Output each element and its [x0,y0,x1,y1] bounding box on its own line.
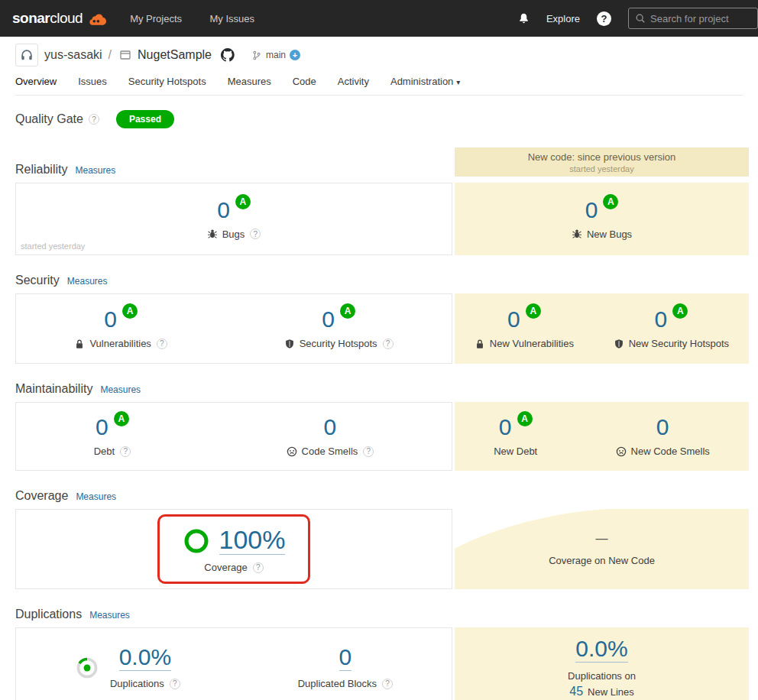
reliability-overall-card: 0 A Bugs started yesterday [15,183,452,255]
bug-icon [207,228,218,239]
measure-new-duplications: 0.0% Duplications on 45 New Lines [568,637,636,698]
new-bugs-value[interactable]: 0 [585,199,598,222]
github-icon[interactable] [221,48,235,62]
tab-activity[interactable]: Activity [338,76,369,95]
measure-new-debt: 0 A New Debt [494,416,537,457]
new-security-hotspots-value[interactable]: 0 [655,308,668,331]
add-branch-icon[interactable] [290,50,300,60]
security-hotspots-label: Security Hotspots [300,338,377,349]
leak-period-note: started yesterday [21,241,85,251]
nav-explore[interactable]: Explore [546,13,580,24]
new-security-hotspots-label: New Security Hotspots [629,338,730,349]
tab-issues[interactable]: Issues [78,76,107,95]
org-link[interactable]: yus-sasaki [44,48,102,62]
section-security: Security Measures 0 A Vulnerabilities [15,274,749,364]
search-input[interactable] [650,13,750,24]
coverage-on-new-code-value: — [596,532,608,546]
vulnerabilities-value[interactable]: 0 [104,308,117,331]
navbar-help-icon[interactable] [597,11,611,26]
navbar-right: Explore [518,8,758,29]
quality-gate-title: Quality Gate [15,112,83,126]
vulnerabilities-rating-badge: A [122,303,138,319]
new-code-smells-value[interactable]: 0 [656,416,669,439]
duplications-measures-link[interactable]: Measures [89,610,130,621]
duplications-head: Duplications Measures [15,608,749,621]
coverage-help-icon[interactable] [253,562,264,573]
duplications-new-code-card: 0.0% Duplications on 45 New Lines [455,627,749,700]
bell-icon[interactable] [518,12,530,24]
avatar [15,44,38,66]
measure-new-bugs: 0 A New Bugs [572,199,632,240]
project-header: yus-sasaki / NugetSample main Overview I… [0,37,758,96]
maintainability-title: Maintainability [15,382,92,396]
new-debt-rating-badge: A [517,411,533,426]
quality-gate-status-badge: Passed [116,110,174,128]
duplicated-blocks-label: Duplicated Blocks [298,678,377,689]
code-smells-help-icon[interactable] [363,446,374,457]
tab-administration[interactable]: Administration [390,76,460,95]
coverage-label: Coverage [204,562,247,573]
security-hotspots-value[interactable]: 0 [322,308,335,331]
duplicated-blocks-help-icon[interactable] [382,679,393,689]
tab-code[interactable]: Code [293,76,316,95]
measure-new-security-hotspots: 0 A New Security Hotspots [614,308,730,349]
section-reliability: Reliability Measures New code: since pre… [15,147,749,255]
coverage-ring-icon [183,527,210,555]
project-search[interactable] [628,8,758,29]
tab-overview[interactable]: Overview [15,76,57,95]
top-navbar: sonarcloud My Projects My Issues Explore [0,0,758,37]
main-nav: My Projects My Issues [130,11,279,25]
code-smells-label: Code Smells [302,446,358,457]
branch-icon [251,50,262,61]
duplications-help-icon[interactable] [170,679,180,689]
debt-help-icon[interactable] [120,446,131,457]
reliability-measures-link[interactable]: Measures [75,165,115,176]
bugs-rating-badge: A [235,194,251,209]
project-name[interactable]: NugetSample [138,48,212,62]
coverage-title: Coverage [15,489,68,503]
new-lines-value[interactable]: 45 [569,685,583,698]
maintainability-measures-link[interactable]: Measures [100,384,141,395]
code-smells-value[interactable]: 0 [324,416,337,439]
nav-my-projects[interactable]: My Projects [130,13,182,24]
code-smell-icon [616,446,627,457]
measure-new-vulnerabilities: 0 A New Vulnerabilities [475,308,574,349]
new-security-hotspots-rating-badge: A [672,303,688,319]
measure-code-smells: 0 Code Smells [287,416,374,457]
new-lines-label: New Lines [588,686,634,698]
new-code-banner-subtitle: started yesterday [569,164,633,173]
bugs-help-icon[interactable] [250,228,261,239]
debt-label: Debt [94,446,115,457]
security-measures-link[interactable]: Measures [67,276,108,287]
measure-debt: 0 A Debt [94,416,131,457]
section-maintainability: Maintainability Measures 0 A Debt [15,382,749,471]
reliability-head: Reliability Measures New code: since pre… [15,147,749,177]
bugs-value[interactable]: 0 [217,199,230,222]
code-smell-icon [287,446,297,457]
new-debt-value[interactable]: 0 [499,416,512,439]
path-separator: / [109,48,112,62]
measure-new-code-smells: 0 New Code Smells [616,416,710,457]
duplications-value[interactable]: 0.0% [119,646,171,671]
coverage-value[interactable]: 100% [219,527,286,555]
duplicated-blocks-value[interactable]: 0 [339,646,352,671]
bug-icon [572,228,582,239]
new-debt-label: New Debt [494,446,537,457]
vulnerabilities-help-icon[interactable] [157,339,167,349]
quality-gate-help-icon[interactable] [89,114,99,125]
security-hotspots-help-icon[interactable] [383,339,394,349]
coverage-head: Coverage Measures [15,489,749,503]
duplications-overall-card: 0.0% Duplications 0 Duplicated Blocks [15,627,452,700]
tab-security-hotspots[interactable]: Security Hotspots [128,76,206,95]
tab-measures[interactable]: Measures [228,76,271,95]
branch-selector: main [251,50,300,61]
reliability-title: Reliability [15,163,67,177]
coverage-measures-link[interactable]: Measures [76,491,116,502]
nav-my-issues[interactable]: My Issues [210,13,255,24]
debt-value[interactable]: 0 [96,416,109,439]
new-duplications-value[interactable]: 0.0% [575,637,627,663]
coverage-new-code-card: — Coverage on New Code [455,509,749,589]
branch-name[interactable]: main [266,50,286,60]
new-vulnerabilities-value[interactable]: 0 [507,308,520,331]
sonarcloud-logo[interactable]: sonarcloud [12,10,107,27]
